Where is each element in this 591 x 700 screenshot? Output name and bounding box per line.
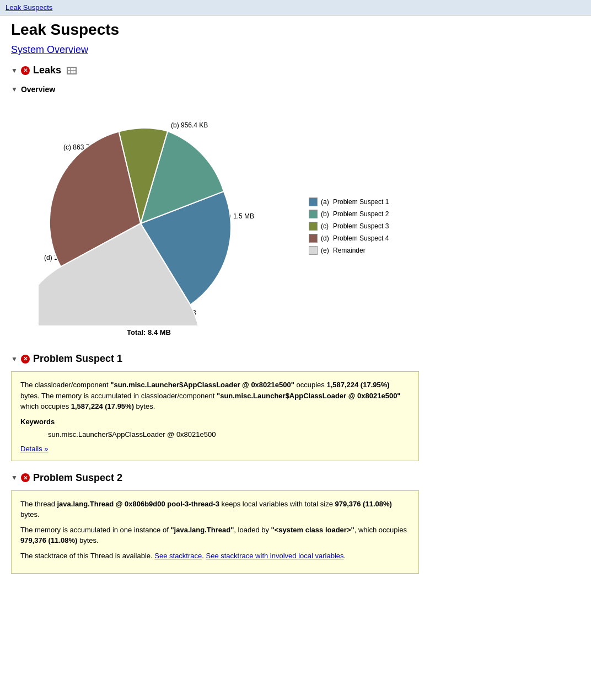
suspect2-stacktrace-local-link[interactable]: See stacktrace with involved local varia… <box>206 552 344 560</box>
suspect1-keywords-label: Keywords <box>20 416 410 428</box>
suspect2-stacktrace-link[interactable]: See stacktrace <box>154 552 202 560</box>
suspect2-line3: The stacktrace of this Thread is availab… <box>20 551 410 562</box>
overview-section: ▼ Overview (b) 956.4 KB (c) 863.7 KB (a)… <box>11 85 580 342</box>
leaks-toggle[interactable]: ▼ <box>11 67 18 74</box>
suspect2-title: Problem Suspect 2 <box>33 472 122 484</box>
suspect2-header: ▼ ✕ Problem Suspect 2 <box>11 472 580 484</box>
legend-id-b: (b) <box>321 210 330 218</box>
spreadsheet-icon[interactable] <box>67 67 77 74</box>
legend-swatch-b <box>309 210 318 218</box>
legend-item-e: (e) Remainder <box>309 246 389 255</box>
legend-label-c: Problem Suspect 3 <box>333 222 389 230</box>
suspect2-line2: The memory is accumulated in one instanc… <box>20 525 410 546</box>
overview-header: ▼ Overview <box>11 85 580 94</box>
legend-id-d: (d) <box>321 234 330 242</box>
pie-chart-svg <box>39 121 243 325</box>
system-overview-link[interactable]: System Overview <box>11 44 580 56</box>
suspect2-size2: 979,376 (11.08%) <box>20 536 77 544</box>
suspect2-size: 979,376 (11.08%) <box>335 500 391 508</box>
legend-item-b: (b) Problem Suspect 2 <box>309 210 389 218</box>
breadcrumb-bar: Leak Suspects <box>0 0 591 15</box>
legend-item-c: (c) Problem Suspect 3 <box>309 222 389 231</box>
page-title: Leak Suspects <box>11 21 580 39</box>
legend-id-a: (a) <box>321 198 330 206</box>
suspect1-error-icon: ✕ <box>21 355 30 364</box>
legend-id-e: (e) <box>321 247 330 254</box>
pie-chart-container: (b) 956.4 KB (c) 863.7 KB (a) 1.5 MB (d)… <box>11 105 287 336</box>
suspect1-size1: 1,587,224 (17.95%) <box>326 381 389 389</box>
legend-swatch-c <box>309 222 318 231</box>
breadcrumb-link[interactable]: Leak Suspects <box>6 3 52 12</box>
suspect1-toggle[interactable]: ▼ <box>11 355 18 363</box>
leaks-title: Leaks <box>33 65 61 76</box>
legend-item-a: (a) Problem Suspect 1 <box>309 197 389 206</box>
suspect2-class: "java.lang.Thread" <box>170 526 234 534</box>
suspect1-description: The classloader/component "sun.misc.Laun… <box>20 380 410 412</box>
suspect1-classloader1: "sun.misc.Launcher$AppClassLoader @ 0x80… <box>110 381 294 389</box>
legend-swatch-e <box>309 246 318 255</box>
legend-label-d: Problem Suspect 4 <box>333 234 389 242</box>
suspect2-thread: java.lang.Thread @ 0x806b9d00 pool-3-thr… <box>57 500 219 508</box>
suspect1-title: Problem Suspect 1 <box>33 353 122 365</box>
suspect1-box: The classloader/component "sun.misc.Laun… <box>11 371 419 461</box>
leaks-error-icon: ✕ <box>21 66 30 75</box>
overview-toggle[interactable]: ▼ <box>11 86 18 93</box>
legend-swatch-a <box>309 197 318 206</box>
legend-label-b: Problem Suspect 2 <box>333 210 389 218</box>
suspect2-error-icon: ✕ <box>21 473 30 482</box>
suspect1-keyword-value: sun.misc.Launcher$AppClassLoader @ 0x802… <box>20 429 410 440</box>
leaks-section-header: ▼ ✕ Leaks <box>11 65 580 76</box>
legend-id-c: (c) <box>321 222 330 230</box>
suspect1-size2: 1,587,224 (17.95%) <box>71 402 134 410</box>
chart-legend: (a) Problem Suspect 1 (b) Problem Suspec… <box>309 197 389 255</box>
suspect1-header: ▼ ✕ Problem Suspect 1 <box>11 353 580 365</box>
problem-suspect-1-section: ▼ ✕ Problem Suspect 1 The classloader/co… <box>11 353 580 461</box>
legend-item-d: (d) Problem Suspect 4 <box>309 234 389 243</box>
suspect1-details-link[interactable]: Details » <box>20 445 410 453</box>
suspect2-box: The thread java.lang.Thread @ 0x806b9d00… <box>11 490 419 574</box>
suspect2-toggle[interactable]: ▼ <box>11 474 18 482</box>
suspect2-loader: "<system class loader>" <box>271 526 354 534</box>
legend-swatch-d <box>309 234 318 243</box>
legend-label-e: Remainder <box>333 247 366 254</box>
chart-total: Total: 8.4 MB <box>127 328 171 336</box>
suspect1-classloader2: "sun.misc.Launcher$AppClassLoader @ 0x80… <box>217 392 401 400</box>
suspect2-line1: The thread java.lang.Thread @ 0x806b9d00… <box>20 499 410 520</box>
overview-title: Overview <box>21 85 55 94</box>
problem-suspect-2-section: ▼ ✕ Problem Suspect 2 The thread java.la… <box>11 472 580 574</box>
chart-area: (b) 956.4 KB (c) 863.7 KB (a) 1.5 MB (d)… <box>11 99 580 342</box>
legend-label-a: Problem Suspect 1 <box>333 198 389 206</box>
